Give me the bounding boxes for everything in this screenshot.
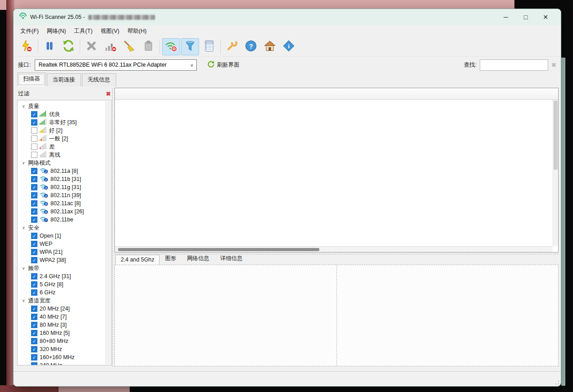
- checkbox[interactable]: ✓: [31, 281, 37, 288]
- horizontal-scrollbar[interactable]: [115, 246, 553, 252]
- search-input[interactable]: [480, 59, 548, 71]
- checkbox[interactable]: ✓: [31, 257, 37, 263]
- stop-wifi-button[interactable]: [162, 38, 180, 55]
- checkbox[interactable]: ✓: [31, 208, 37, 215]
- scrollbar-thumb[interactable]: [118, 248, 319, 251]
- tab-0[interactable]: 扫描器: [17, 72, 46, 86]
- scrollbar-thumb[interactable]: [554, 101, 558, 170]
- checkbox[interactable]: ✓: [31, 233, 37, 239]
- resize-grip-icon[interactable]: [555, 380, 559, 385]
- report-button[interactable]: [200, 38, 218, 55]
- help-button[interactable]: ?: [242, 38, 260, 55]
- checkbox[interactable]: [31, 127, 37, 134]
- filter-item[interactable]: ✓320 MHz: [18, 345, 111, 353]
- filter-item[interactable]: ✓40 MHz [7]: [18, 313, 111, 321]
- clear-button[interactable]: [120, 38, 138, 55]
- filter-item[interactable]: ✓WEP: [18, 240, 111, 248]
- filter-group-4[interactable]: ∨通道宽度: [18, 297, 111, 305]
- spectrum-tab-1[interactable]: 图形: [159, 253, 182, 265]
- checkbox[interactable]: [31, 135, 37, 142]
- checkbox[interactable]: ✓: [31, 289, 37, 296]
- filter-item[interactable]: ✓80+80 MHz: [18, 337, 111, 345]
- maximize-button[interactable]: □: [516, 9, 536, 25]
- filter-item[interactable]: 好 [2]: [18, 126, 111, 135]
- pause-button[interactable]: [41, 38, 59, 55]
- close-filter-icon[interactable]: ✖: [106, 90, 111, 97]
- about-button[interactable]: i: [280, 38, 298, 55]
- filter-button[interactable]: [181, 38, 199, 55]
- checkbox[interactable]: ✓: [31, 111, 37, 117]
- tab-1[interactable]: 当前连接: [47, 73, 81, 86]
- filter-item[interactable]: ✓160 MHz [5]: [18, 329, 111, 337]
- filter-item[interactable]: ✓160+160 MHz: [18, 353, 111, 361]
- filter-item[interactable]: ✓6 GHz: [18, 288, 111, 297]
- filter-item[interactable]: ✓1802.11b [31]: [18, 175, 111, 183]
- checkbox[interactable]: ✓: [31, 119, 37, 126]
- scan-disconnect-button[interactable]: [18, 38, 36, 55]
- checkbox[interactable]: ✓: [31, 216, 37, 223]
- rescan-button[interactable]: [59, 38, 77, 55]
- filter-item[interactable]: ✓非常好 [35]: [18, 118, 111, 126]
- checkbox[interactable]: ✓: [31, 200, 37, 207]
- filter-item[interactable]: ✓3802.11g [31]: [18, 183, 111, 191]
- paste-button[interactable]: [139, 38, 157, 55]
- close-button[interactable]: ✕: [536, 9, 555, 25]
- refresh-interface-button[interactable]: 刷新界面: [207, 60, 239, 69]
- filter-item[interactable]: ✓优良: [18, 110, 111, 118]
- menu-item-4[interactable]: 帮助(H): [123, 26, 150, 37]
- remove-signal-button[interactable]: [101, 38, 119, 55]
- checkbox[interactable]: [31, 144, 37, 150]
- filter-item[interactable]: ✓6802.11ax [26]: [18, 207, 111, 216]
- filter-group-0[interactable]: ∨质量: [18, 102, 111, 110]
- checkbox[interactable]: ✓: [31, 241, 37, 247]
- filter-item[interactable]: ✓2.4 GHz [31]: [18, 272, 111, 280]
- settings-button[interactable]: [223, 38, 241, 55]
- filter-item[interactable]: ✓4802.11n [39]: [18, 191, 111, 199]
- checkbox[interactable]: ✓: [31, 192, 37, 198]
- filter-item[interactable]: ✓WPA2 [38]: [18, 256, 111, 264]
- spectrum-tab-2[interactable]: 网络信息: [182, 253, 215, 265]
- menu-item-1[interactable]: 网络(N): [43, 26, 70, 37]
- filter-item[interactable]: ✓80 MHz [3]: [18, 321, 111, 329]
- filter-item[interactable]: 离线: [18, 151, 111, 159]
- spectrum-tab-3[interactable]: 详细信息: [215, 253, 248, 265]
- checkbox[interactable]: ✓: [31, 249, 37, 255]
- minimize-button[interactable]: ─: [496, 9, 516, 25]
- filter-group-1[interactable]: ∨网络模式: [18, 159, 111, 167]
- checkbox[interactable]: ✓: [31, 338, 37, 344]
- menu-item-0[interactable]: 文件(F): [16, 26, 43, 37]
- checkbox[interactable]: [31, 152, 37, 158]
- checkbox[interactable]: ✓: [31, 354, 37, 360]
- checkbox[interactable]: ✓: [31, 184, 37, 190]
- checkbox[interactable]: ✓: [31, 362, 37, 365]
- filter-group-3[interactable]: ∨频带: [18, 264, 111, 272]
- delete-button[interactable]: [82, 38, 100, 55]
- vertical-scrollbar[interactable]: [553, 100, 558, 246]
- filter-item[interactable]: 差: [18, 143, 111, 151]
- checkbox[interactable]: ✓: [31, 168, 37, 174]
- menu-item-2[interactable]: 工具(T): [70, 26, 96, 37]
- filter-item[interactable]: ✓7802.11be: [18, 216, 111, 224]
- checkbox[interactable]: ✓: [31, 330, 37, 336]
- filter-scrollbar[interactable]: [105, 101, 111, 365]
- filter-item[interactable]: 一般 [2]: [18, 135, 111, 143]
- filter-item[interactable]: ✓2802.11a [8]: [18, 167, 111, 175]
- menu-item-3[interactable]: 视图(V): [96, 26, 123, 37]
- checkbox[interactable]: ✓: [31, 176, 37, 182]
- spectrum-tab-0[interactable]: 2.4 and 5Ghz: [115, 255, 159, 265]
- filter-item[interactable]: ✓20 MHz [24]: [18, 305, 111, 313]
- checkbox[interactable]: ✓: [31, 306, 37, 312]
- clear-search-icon[interactable]: ✖: [551, 62, 556, 68]
- checkbox[interactable]: ✓: [31, 273, 37, 279]
- filter-item[interactable]: ✓5 GHz [8]: [18, 280, 111, 288]
- home-button[interactable]: [261, 38, 279, 55]
- tab-2[interactable]: 无线信息: [82, 73, 116, 86]
- checkbox[interactable]: ✓: [31, 322, 37, 328]
- filter-item[interactable]: ✓5802.11ac [8]: [18, 199, 111, 207]
- filter-group-2[interactable]: ∨安全: [18, 224, 111, 232]
- filter-item[interactable]: ✓Open [1]: [18, 232, 111, 240]
- checkbox[interactable]: ✓: [31, 314, 37, 320]
- panel-splitter[interactable]: [112, 88, 113, 366]
- filter-item[interactable]: ✓240 MHz: [18, 361, 111, 365]
- filter-item[interactable]: ✓WPA [21]: [18, 248, 111, 256]
